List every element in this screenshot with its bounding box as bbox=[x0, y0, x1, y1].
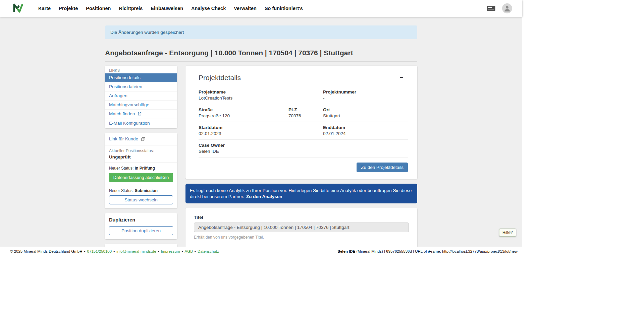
analytics-banner: Es liegt noch keine Analytik zu Ihrer Po… bbox=[185, 184, 417, 203]
sidebar-item-positionsdateien[interactable]: Positionsdateien bbox=[105, 82, 177, 91]
projektname-label: Projektname bbox=[199, 89, 323, 94]
panel-toggle-icon[interactable] bbox=[487, 5, 495, 12]
position-form-card: Titel Erhält den von uns vorgegebenen Ti… bbox=[185, 208, 417, 247]
links-card: LINKS Positionsdetails Positionsdateien … bbox=[105, 66, 177, 128]
enddatum-value: 02.01.2024 bbox=[323, 131, 408, 136]
two-column-layout: LINKS Positionsdetails Positionsdateien … bbox=[105, 66, 417, 247]
nav-item-einbauweisen[interactable]: Einbauweisen bbox=[151, 6, 183, 11]
case-owner-value: Selen IDE bbox=[199, 149, 408, 154]
titel-label: Titel bbox=[194, 215, 409, 220]
links-card-header: LINKS bbox=[105, 66, 177, 73]
sidebar: LINKS Positionsdetails Positionsdateien … bbox=[105, 66, 177, 247]
analytics-link[interactable]: Zu den Analysen bbox=[246, 194, 282, 199]
project-row-4: Case Owner Selen IDE bbox=[199, 140, 408, 157]
sidebar-item-positionsdetails[interactable]: Positionsdetails bbox=[105, 73, 177, 82]
project-row-3: Startdatum 02.01.2023 Enddatum 02.01.202… bbox=[199, 122, 408, 140]
current-status-value: Ungeprüft bbox=[109, 154, 173, 160]
project-details-card: Projektdetails − Projektname LotCreation… bbox=[185, 66, 417, 179]
separator-dot: • bbox=[158, 249, 159, 253]
new-status-line-2: Neuer Status: Submission bbox=[109, 188, 173, 193]
footer: © 2025 Mineral Minds Deutschland GmbH • … bbox=[0, 247, 522, 256]
page-background: Die Änderungen wurden gespeichert Angebo… bbox=[0, 17, 522, 247]
project-row-2: Straße Pragstraße 120 PLZ 70376 Ort Stut… bbox=[199, 104, 408, 122]
mineral-minds-logo-icon bbox=[13, 3, 23, 14]
session-info: Selen IDE (Mineral Minds) | 69576255536d… bbox=[337, 249, 518, 253]
nav-item-analyse-check[interactable]: Analyse Check bbox=[191, 6, 226, 11]
nav-item-verwalten[interactable]: Verwalten bbox=[234, 6, 257, 11]
separator-dot: • bbox=[84, 249, 86, 253]
switch-status-button[interactable]: Status wechseln bbox=[109, 195, 173, 204]
divider bbox=[105, 145, 177, 145]
current-status-label: Aktueller Positionsstatus: bbox=[109, 148, 173, 153]
cancel-card: Stornieren Stornieren bbox=[105, 244, 177, 247]
help-button[interactable]: Hilfe? bbox=[499, 229, 516, 237]
navbar-right bbox=[487, 3, 512, 13]
page-title: Angebotsanfrage - Entsorgung | 10.000 To… bbox=[105, 49, 417, 57]
top-navbar: Karte Projekte Positionen Richtpreis Ein… bbox=[0, 0, 522, 17]
phone-link[interactable]: 07151/250100 bbox=[87, 249, 112, 253]
person-icon bbox=[503, 5, 511, 13]
sidebar-item-anfragen[interactable]: Anfragen bbox=[105, 91, 177, 101]
ort-value: Stuttgart bbox=[323, 113, 408, 118]
separator-dot: • bbox=[195, 249, 196, 253]
content-container: Die Änderungen wurden gespeichert Angebo… bbox=[105, 17, 417, 247]
separator-dot: • bbox=[182, 249, 183, 253]
main-nav: Karte Projekte Positionen Richtpreis Ein… bbox=[38, 6, 303, 11]
nav-item-projekte[interactable]: Projekte bbox=[59, 6, 78, 11]
projektnummer-label: Projektnummer bbox=[323, 89, 408, 94]
impressum-link[interactable]: Impressum bbox=[161, 249, 180, 253]
brand-logo[interactable] bbox=[13, 3, 23, 14]
success-alert: Die Änderungen wurden gespeichert bbox=[105, 25, 417, 39]
customer-link[interactable]: Link für Kunde bbox=[109, 136, 138, 141]
duplicate-card: Duplizieren Position duplizieren bbox=[105, 213, 177, 239]
nav-item-positionen[interactable]: Positionen bbox=[86, 6, 111, 11]
strasse-label: Straße bbox=[199, 107, 288, 112]
nav-item-richtpreis[interactable]: Richtpreis bbox=[119, 6, 143, 11]
sidebar-item-match-finden[interactable]: Match finden bbox=[105, 110, 177, 119]
email-link[interactable]: info@mineral-minds.de bbox=[116, 249, 156, 253]
copyright-text: © 2025 Mineral Minds Deutschland GmbH bbox=[10, 249, 83, 253]
enddatum-label: Enddatum bbox=[323, 125, 408, 130]
project-details-title: Projektdetails bbox=[199, 74, 408, 82]
new-status-line-1: Neuer Status: In Prüfung bbox=[109, 166, 173, 171]
session-details: (Mineral Minds) | 69576255536d | URL of … bbox=[355, 249, 518, 253]
nav-item-karte[interactable]: Karte bbox=[38, 6, 51, 11]
status-card: Link für Kunde Aktueller Positionsstatus… bbox=[105, 133, 177, 208]
plz-label: PLZ bbox=[288, 107, 323, 112]
footer-left: © 2025 Mineral Minds Deutschland GmbH • … bbox=[10, 249, 219, 253]
copy-icon[interactable] bbox=[140, 137, 145, 142]
user-avatar[interactable] bbox=[502, 3, 512, 13]
duplicate-title: Duplizieren bbox=[109, 217, 173, 223]
plz-value: 70376 bbox=[288, 113, 323, 118]
complete-data-entry-button[interactable]: Datenerfassung abschließen bbox=[109, 173, 173, 182]
agb-link[interactable]: AGB bbox=[185, 249, 193, 253]
analytics-banner-text: Es liegt noch keine Analytik zu Ihrer Po… bbox=[190, 188, 412, 199]
external-link-icon bbox=[137, 112, 142, 117]
startdatum-label: Startdatum bbox=[199, 125, 323, 130]
sidebar-item-email-konfiguration[interactable]: E-Mail Konfiguration bbox=[105, 119, 177, 128]
case-owner-label: Case Owner bbox=[199, 143, 408, 148]
title-divider bbox=[105, 61, 417, 62]
app-frame: Karte Projekte Positionen Richtpreis Ein… bbox=[0, 0, 522, 256]
strasse-value: Pragstraße 120 bbox=[199, 113, 288, 118]
startdatum-value: 02.01.2023 bbox=[199, 131, 323, 136]
duplicate-position-button[interactable]: Position duplizieren bbox=[109, 226, 173, 235]
ort-label: Ort bbox=[323, 107, 408, 112]
nav-item-so-funktionierts[interactable]: So funktioniert's bbox=[265, 6, 303, 11]
separator-dot: • bbox=[113, 249, 115, 253]
divider bbox=[105, 163, 177, 163]
datenschutz-link[interactable]: Datenschutz bbox=[198, 249, 219, 253]
session-user-name: Selen IDE bbox=[337, 249, 355, 253]
project-actions: Zu den Projektdetails bbox=[199, 163, 408, 172]
divider bbox=[105, 185, 177, 185]
projektname-value: LotCreationTests bbox=[199, 96, 323, 101]
project-row-1: Projektname LotCreationTests Projektnumm… bbox=[199, 86, 408, 104]
titel-input bbox=[194, 223, 409, 232]
projektnummer-value: - bbox=[323, 96, 408, 101]
collapse-icon[interactable]: − bbox=[398, 74, 405, 81]
sidebar-item-matchingvorschlaege[interactable]: Matchingvorschläge bbox=[105, 101, 177, 110]
main-column: Projektdetails − Projektname LotCreation… bbox=[185, 66, 417, 247]
project-details-button[interactable]: Zu den Projektdetails bbox=[357, 163, 408, 172]
titel-help: Erhält den von uns vorgegebenen Titel. bbox=[194, 235, 409, 240]
